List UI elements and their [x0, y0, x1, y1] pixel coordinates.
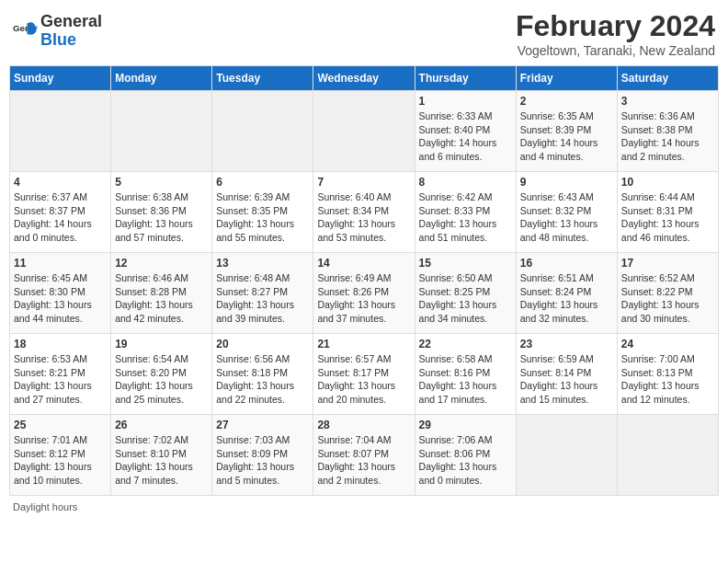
calendar-cell [10, 91, 111, 172]
calendar-cell: 10Sunrise: 6:44 AM Sunset: 8:31 PM Dayli… [617, 172, 718, 253]
weekday-header-sunday: Sunday [10, 66, 111, 91]
calendar-cell: 9Sunrise: 6:43 AM Sunset: 8:32 PM Daylig… [516, 172, 617, 253]
day-info: Sunrise: 6:44 AM Sunset: 8:31 PM Dayligh… [621, 190, 714, 245]
weekday-header-saturday: Saturday [617, 66, 718, 91]
day-number: 11 [14, 257, 107, 270]
calendar-cell [313, 91, 415, 172]
day-number: 20 [216, 338, 309, 350]
day-info: Sunrise: 7:04 AM Sunset: 8:07 PM Dayligh… [317, 433, 410, 488]
calendar-cell: 15Sunrise: 6:50 AM Sunset: 8:25 PM Dayli… [415, 253, 516, 334]
calendar-cell: 19Sunrise: 6:54 AM Sunset: 8:20 PM Dayli… [111, 334, 212, 415]
day-info: Sunrise: 6:48 AM Sunset: 8:27 PM Dayligh… [216, 271, 309, 326]
day-number: 17 [621, 257, 714, 270]
calendar-cell: 27Sunrise: 7:03 AM Sunset: 8:09 PM Dayli… [212, 415, 313, 496]
day-number: 12 [115, 257, 208, 270]
day-number: 4 [14, 176, 107, 189]
day-info: Sunrise: 6:54 AM Sunset: 8:20 PM Dayligh… [115, 352, 208, 407]
day-number: 6 [216, 176, 309, 189]
day-number: 25 [14, 419, 107, 431]
day-number: 26 [115, 419, 208, 431]
calendar-cell: 3Sunrise: 6:36 AM Sunset: 8:38 PM Daylig… [617, 91, 718, 172]
day-number: 21 [317, 338, 410, 350]
day-info: Sunrise: 6:53 AM Sunset: 8:21 PM Dayligh… [14, 352, 107, 407]
calendar-body: 1Sunrise: 6:33 AM Sunset: 8:40 PM Daylig… [10, 91, 719, 496]
calendar-week-4: 25Sunrise: 7:01 AM Sunset: 8:12 PM Dayli… [10, 415, 719, 496]
calendar-week-2: 11Sunrise: 6:45 AM Sunset: 8:30 PM Dayli… [10, 253, 719, 334]
day-info: Sunrise: 6:45 AM Sunset: 8:30 PM Dayligh… [14, 271, 107, 326]
day-info: Sunrise: 7:02 AM Sunset: 8:10 PM Dayligh… [115, 433, 208, 488]
day-info: Sunrise: 6:52 AM Sunset: 8:22 PM Dayligh… [621, 271, 714, 326]
calendar-week-1: 4Sunrise: 6:37 AM Sunset: 8:37 PM Daylig… [10, 172, 719, 253]
day-number: 27 [216, 419, 309, 431]
day-info: Sunrise: 6:42 AM Sunset: 8:33 PM Dayligh… [419, 190, 512, 245]
calendar-cell: 5Sunrise: 6:38 AM Sunset: 8:36 PM Daylig… [111, 172, 212, 253]
day-number: 22 [419, 338, 512, 350]
day-info: Sunrise: 6:50 AM Sunset: 8:25 PM Dayligh… [419, 271, 512, 326]
day-number: 9 [520, 176, 613, 189]
day-number: 7 [317, 176, 410, 189]
page-header: Gen GeneralBlue February 2024 Vogeltown,… [9, 9, 719, 58]
day-info: Sunrise: 6:56 AM Sunset: 8:18 PM Dayligh… [216, 352, 309, 407]
day-info: Sunrise: 6:33 AM Sunset: 8:40 PM Dayligh… [419, 109, 512, 164]
day-info: Sunrise: 6:40 AM Sunset: 8:34 PM Dayligh… [317, 190, 410, 245]
day-number: 16 [520, 257, 613, 270]
calendar-cell: 8Sunrise: 6:42 AM Sunset: 8:33 PM Daylig… [415, 172, 516, 253]
page-subtitle: Vogeltown, Taranaki, New Zealand [516, 43, 715, 58]
calendar-cell: 22Sunrise: 6:58 AM Sunset: 8:16 PM Dayli… [415, 334, 516, 415]
day-number: 28 [317, 419, 410, 431]
calendar-cell: 26Sunrise: 7:02 AM Sunset: 8:10 PM Dayli… [111, 415, 212, 496]
day-info: Sunrise: 6:36 AM Sunset: 8:38 PM Dayligh… [621, 109, 714, 164]
calendar-cell: 28Sunrise: 7:04 AM Sunset: 8:07 PM Dayli… [313, 415, 415, 496]
calendar-cell: 14Sunrise: 6:49 AM Sunset: 8:26 PM Dayli… [313, 253, 415, 334]
day-info: Sunrise: 6:37 AM Sunset: 8:37 PM Dayligh… [14, 190, 107, 245]
weekday-header-wednesday: Wednesday [313, 66, 415, 91]
day-number: 10 [621, 176, 714, 189]
day-number: 18 [14, 338, 107, 350]
day-number: 8 [419, 176, 512, 189]
calendar-cell: 6Sunrise: 6:39 AM Sunset: 8:35 PM Daylig… [212, 172, 313, 253]
weekday-header-tuesday: Tuesday [212, 66, 313, 91]
day-info: Sunrise: 7:06 AM Sunset: 8:06 PM Dayligh… [419, 433, 512, 488]
calendar-cell: 2Sunrise: 6:35 AM Sunset: 8:39 PM Daylig… [516, 91, 617, 172]
day-info: Sunrise: 6:58 AM Sunset: 8:16 PM Dayligh… [419, 352, 512, 407]
day-info: Sunrise: 6:59 AM Sunset: 8:14 PM Dayligh… [520, 352, 613, 407]
calendar-cell: 24Sunrise: 7:00 AM Sunset: 8:13 PM Dayli… [617, 334, 718, 415]
calendar-cell: 17Sunrise: 6:52 AM Sunset: 8:22 PM Dayli… [617, 253, 718, 334]
day-info: Sunrise: 6:57 AM Sunset: 8:17 PM Dayligh… [317, 352, 410, 407]
weekday-header-monday: Monday [111, 66, 212, 91]
page-title: February 2024 [516, 9, 715, 43]
weekday-header-friday: Friday [516, 66, 617, 91]
calendar-cell: 16Sunrise: 6:51 AM Sunset: 8:24 PM Dayli… [516, 253, 617, 334]
logo-text: GeneralBlue [40, 13, 102, 50]
logo: Gen GeneralBlue [13, 13, 102, 50]
day-number: 24 [621, 338, 714, 350]
calendar-cell: 11Sunrise: 6:45 AM Sunset: 8:30 PM Dayli… [10, 253, 111, 334]
calendar-cell [111, 91, 212, 172]
day-number: 2 [520, 95, 613, 108]
calendar-cell: 20Sunrise: 6:56 AM Sunset: 8:18 PM Dayli… [212, 334, 313, 415]
day-number: 5 [115, 176, 208, 189]
day-info: Sunrise: 6:38 AM Sunset: 8:36 PM Dayligh… [115, 190, 208, 245]
calendar-header: SundayMondayTuesdayWednesdayThursdayFrid… [10, 66, 719, 91]
day-info: Sunrise: 6:39 AM Sunset: 8:35 PM Dayligh… [216, 190, 309, 245]
logo-icon: Gen [13, 18, 39, 44]
calendar-cell [516, 415, 617, 496]
calendar-week-3: 18Sunrise: 6:53 AM Sunset: 8:21 PM Dayli… [10, 334, 719, 415]
day-info: Sunrise: 6:51 AM Sunset: 8:24 PM Dayligh… [520, 271, 613, 326]
day-number: 29 [419, 419, 512, 431]
day-number: 1 [419, 95, 512, 108]
calendar-cell: 1Sunrise: 6:33 AM Sunset: 8:40 PM Daylig… [415, 91, 516, 172]
calendar-cell [212, 91, 313, 172]
day-info: Sunrise: 7:00 AM Sunset: 8:13 PM Dayligh… [621, 352, 714, 407]
day-number: 19 [115, 338, 208, 350]
calendar-cell: 4Sunrise: 6:37 AM Sunset: 8:37 PM Daylig… [10, 172, 111, 253]
day-info: Sunrise: 6:35 AM Sunset: 8:39 PM Dayligh… [520, 109, 613, 164]
day-info: Sunrise: 7:03 AM Sunset: 8:09 PM Dayligh… [216, 433, 309, 488]
calendar-cell: 21Sunrise: 6:57 AM Sunset: 8:17 PM Dayli… [313, 334, 415, 415]
calendar-cell: 18Sunrise: 6:53 AM Sunset: 8:21 PM Dayli… [10, 334, 111, 415]
day-info: Sunrise: 6:43 AM Sunset: 8:32 PM Dayligh… [520, 190, 613, 245]
calendar-cell: 7Sunrise: 6:40 AM Sunset: 8:34 PM Daylig… [313, 172, 415, 253]
day-number: 3 [621, 95, 714, 108]
day-number: 13 [216, 257, 309, 270]
weekday-header-thursday: Thursday [415, 66, 516, 91]
